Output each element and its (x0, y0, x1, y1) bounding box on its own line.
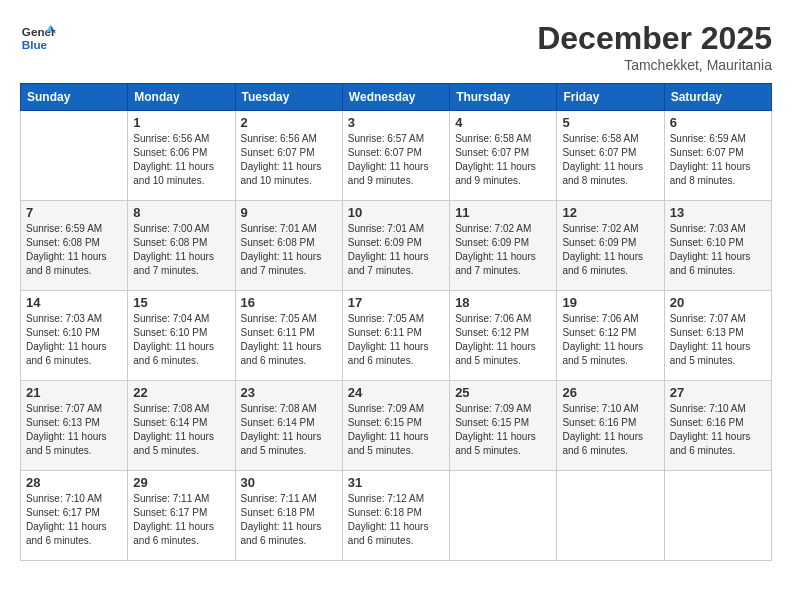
calendar-cell: 17Sunrise: 7:05 AM Sunset: 6:11 PM Dayli… (342, 291, 449, 381)
svg-text:Blue: Blue (22, 38, 48, 51)
header-day-friday: Friday (557, 84, 664, 111)
day-detail: Sunrise: 7:07 AM Sunset: 6:13 PM Dayligh… (26, 402, 122, 458)
day-detail: Sunrise: 7:06 AM Sunset: 6:12 PM Dayligh… (455, 312, 551, 368)
day-detail: Sunrise: 6:56 AM Sunset: 6:06 PM Dayligh… (133, 132, 229, 188)
calendar-cell: 20Sunrise: 7:07 AM Sunset: 6:13 PM Dayli… (664, 291, 771, 381)
calendar-week-2: 7Sunrise: 6:59 AM Sunset: 6:08 PM Daylig… (21, 201, 772, 291)
logo: General Blue (20, 20, 56, 56)
day-number: 17 (348, 295, 444, 310)
day-number: 12 (562, 205, 658, 220)
day-detail: Sunrise: 6:58 AM Sunset: 6:07 PM Dayligh… (455, 132, 551, 188)
calendar-cell: 13Sunrise: 7:03 AM Sunset: 6:10 PM Dayli… (664, 201, 771, 291)
calendar-cell: 5Sunrise: 6:58 AM Sunset: 6:07 PM Daylig… (557, 111, 664, 201)
day-number: 10 (348, 205, 444, 220)
calendar-cell: 1Sunrise: 6:56 AM Sunset: 6:06 PM Daylig… (128, 111, 235, 201)
day-number: 21 (26, 385, 122, 400)
header-row: SundayMondayTuesdayWednesdayThursdayFrid… (21, 84, 772, 111)
day-detail: Sunrise: 7:10 AM Sunset: 6:16 PM Dayligh… (562, 402, 658, 458)
day-detail: Sunrise: 7:11 AM Sunset: 6:17 PM Dayligh… (133, 492, 229, 548)
calendar-cell: 3Sunrise: 6:57 AM Sunset: 6:07 PM Daylig… (342, 111, 449, 201)
calendar-week-3: 14Sunrise: 7:03 AM Sunset: 6:10 PM Dayli… (21, 291, 772, 381)
day-detail: Sunrise: 7:02 AM Sunset: 6:09 PM Dayligh… (562, 222, 658, 278)
calendar-body: 1Sunrise: 6:56 AM Sunset: 6:06 PM Daylig… (21, 111, 772, 561)
day-number: 3 (348, 115, 444, 130)
calendar-cell: 15Sunrise: 7:04 AM Sunset: 6:10 PM Dayli… (128, 291, 235, 381)
day-number: 7 (26, 205, 122, 220)
logo-icon: General Blue (20, 20, 56, 56)
calendar-cell: 30Sunrise: 7:11 AM Sunset: 6:18 PM Dayli… (235, 471, 342, 561)
title-block: December 2025 Tamchekket, Mauritania (537, 20, 772, 73)
day-number: 4 (455, 115, 551, 130)
calendar-cell: 8Sunrise: 7:00 AM Sunset: 6:08 PM Daylig… (128, 201, 235, 291)
day-number: 22 (133, 385, 229, 400)
calendar-cell: 19Sunrise: 7:06 AM Sunset: 6:12 PM Dayli… (557, 291, 664, 381)
day-detail: Sunrise: 6:59 AM Sunset: 6:08 PM Dayligh… (26, 222, 122, 278)
calendar-cell: 28Sunrise: 7:10 AM Sunset: 6:17 PM Dayli… (21, 471, 128, 561)
day-detail: Sunrise: 7:00 AM Sunset: 6:08 PM Dayligh… (133, 222, 229, 278)
day-number: 31 (348, 475, 444, 490)
calendar-cell: 26Sunrise: 7:10 AM Sunset: 6:16 PM Dayli… (557, 381, 664, 471)
day-number: 15 (133, 295, 229, 310)
header-day-tuesday: Tuesday (235, 84, 342, 111)
day-number: 2 (241, 115, 337, 130)
calendar-week-1: 1Sunrise: 6:56 AM Sunset: 6:06 PM Daylig… (21, 111, 772, 201)
day-number: 26 (562, 385, 658, 400)
day-detail: Sunrise: 7:11 AM Sunset: 6:18 PM Dayligh… (241, 492, 337, 548)
day-number: 1 (133, 115, 229, 130)
day-detail: Sunrise: 7:03 AM Sunset: 6:10 PM Dayligh… (670, 222, 766, 278)
calendar-cell: 16Sunrise: 7:05 AM Sunset: 6:11 PM Dayli… (235, 291, 342, 381)
day-number: 20 (670, 295, 766, 310)
day-number: 25 (455, 385, 551, 400)
day-number: 29 (133, 475, 229, 490)
header-day-wednesday: Wednesday (342, 84, 449, 111)
calendar-cell: 11Sunrise: 7:02 AM Sunset: 6:09 PM Dayli… (450, 201, 557, 291)
calendar-cell (557, 471, 664, 561)
calendar-cell: 4Sunrise: 6:58 AM Sunset: 6:07 PM Daylig… (450, 111, 557, 201)
calendar-cell: 7Sunrise: 6:59 AM Sunset: 6:08 PM Daylig… (21, 201, 128, 291)
calendar-header: SundayMondayTuesdayWednesdayThursdayFrid… (21, 84, 772, 111)
day-detail: Sunrise: 7:01 AM Sunset: 6:08 PM Dayligh… (241, 222, 337, 278)
day-detail: Sunrise: 7:08 AM Sunset: 6:14 PM Dayligh… (133, 402, 229, 458)
calendar-cell (450, 471, 557, 561)
calendar-cell (21, 111, 128, 201)
location: Tamchekket, Mauritania (537, 57, 772, 73)
day-detail: Sunrise: 7:02 AM Sunset: 6:09 PM Dayligh… (455, 222, 551, 278)
calendar-cell: 14Sunrise: 7:03 AM Sunset: 6:10 PM Dayli… (21, 291, 128, 381)
page-header: General Blue December 2025 Tamchekket, M… (20, 20, 772, 73)
day-number: 11 (455, 205, 551, 220)
day-number: 19 (562, 295, 658, 310)
calendar-cell: 6Sunrise: 6:59 AM Sunset: 6:07 PM Daylig… (664, 111, 771, 201)
day-detail: Sunrise: 7:10 AM Sunset: 6:17 PM Dayligh… (26, 492, 122, 548)
calendar-cell: 2Sunrise: 6:56 AM Sunset: 6:07 PM Daylig… (235, 111, 342, 201)
calendar-cell: 24Sunrise: 7:09 AM Sunset: 6:15 PM Dayli… (342, 381, 449, 471)
calendar-cell: 23Sunrise: 7:08 AM Sunset: 6:14 PM Dayli… (235, 381, 342, 471)
calendar-cell: 25Sunrise: 7:09 AM Sunset: 6:15 PM Dayli… (450, 381, 557, 471)
calendar-cell: 27Sunrise: 7:10 AM Sunset: 6:16 PM Dayli… (664, 381, 771, 471)
calendar-cell (664, 471, 771, 561)
day-detail: Sunrise: 7:08 AM Sunset: 6:14 PM Dayligh… (241, 402, 337, 458)
day-detail: Sunrise: 7:05 AM Sunset: 6:11 PM Dayligh… (241, 312, 337, 368)
day-detail: Sunrise: 6:57 AM Sunset: 6:07 PM Dayligh… (348, 132, 444, 188)
day-detail: Sunrise: 7:10 AM Sunset: 6:16 PM Dayligh… (670, 402, 766, 458)
day-number: 14 (26, 295, 122, 310)
day-number: 16 (241, 295, 337, 310)
calendar-cell: 21Sunrise: 7:07 AM Sunset: 6:13 PM Dayli… (21, 381, 128, 471)
calendar-cell: 12Sunrise: 7:02 AM Sunset: 6:09 PM Dayli… (557, 201, 664, 291)
day-detail: Sunrise: 6:59 AM Sunset: 6:07 PM Dayligh… (670, 132, 766, 188)
header-day-thursday: Thursday (450, 84, 557, 111)
calendar-cell: 29Sunrise: 7:11 AM Sunset: 6:17 PM Dayli… (128, 471, 235, 561)
day-detail: Sunrise: 7:12 AM Sunset: 6:18 PM Dayligh… (348, 492, 444, 548)
day-number: 13 (670, 205, 766, 220)
header-day-saturday: Saturday (664, 84, 771, 111)
day-number: 18 (455, 295, 551, 310)
month-title: December 2025 (537, 20, 772, 57)
calendar-cell: 22Sunrise: 7:08 AM Sunset: 6:14 PM Dayli… (128, 381, 235, 471)
day-number: 27 (670, 385, 766, 400)
header-day-sunday: Sunday (21, 84, 128, 111)
calendar-week-5: 28Sunrise: 7:10 AM Sunset: 6:17 PM Dayli… (21, 471, 772, 561)
day-detail: Sunrise: 7:06 AM Sunset: 6:12 PM Dayligh… (562, 312, 658, 368)
calendar-cell: 9Sunrise: 7:01 AM Sunset: 6:08 PM Daylig… (235, 201, 342, 291)
calendar-table: SundayMondayTuesdayWednesdayThursdayFrid… (20, 83, 772, 561)
day-number: 23 (241, 385, 337, 400)
header-day-monday: Monday (128, 84, 235, 111)
